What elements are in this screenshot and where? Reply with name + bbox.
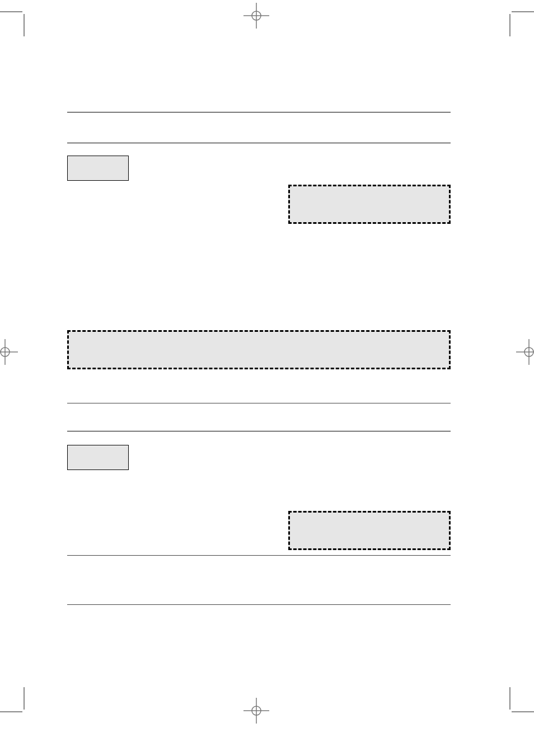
divider — [67, 112, 451, 112]
answer-box-right — [288, 185, 451, 224]
divider — [67, 555, 451, 556]
section-tag-box — [67, 156, 129, 181]
section-tag-box — [67, 445, 129, 470]
registration-mark-bottom — [243, 698, 269, 724]
crop-mark-top-right — [506, 11, 534, 39]
divider — [67, 143, 451, 143]
divider — [67, 604, 451, 605]
registration-mark-left — [0, 339, 18, 365]
divider — [67, 403, 451, 403]
divider — [67, 431, 451, 431]
answer-box-right — [288, 511, 451, 550]
crop-mark-top-left — [0, 11, 28, 39]
answer-box-full — [67, 330, 451, 369]
crop-mark-bottom-left — [0, 684, 28, 712]
registration-mark-top — [243, 3, 269, 29]
registration-mark-right — [516, 339, 534, 365]
crop-mark-bottom-right — [506, 684, 534, 712]
